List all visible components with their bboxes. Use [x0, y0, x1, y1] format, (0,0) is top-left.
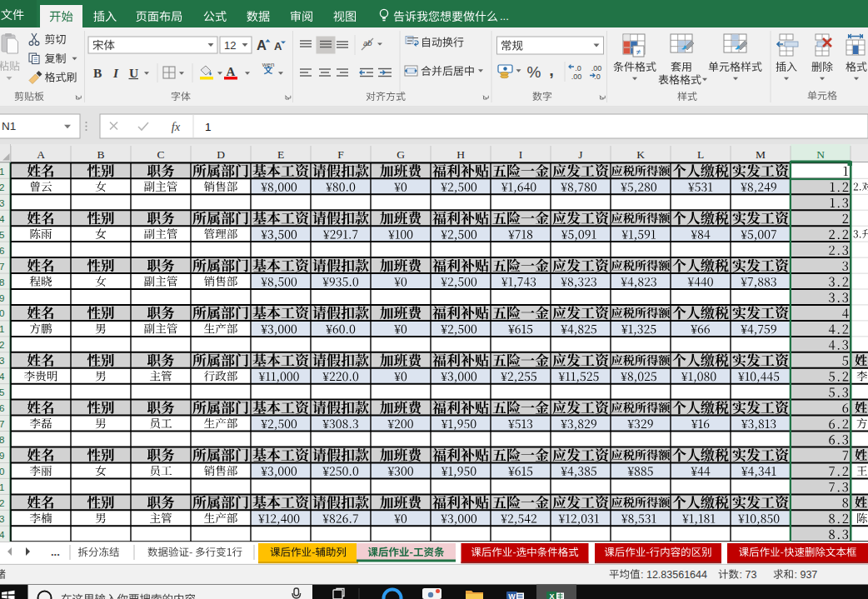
- svg-text:fx: fx: [172, 120, 181, 133]
- svg-text:I: I: [112, 66, 119, 80]
- svg-text:17: 17: [0, 419, 5, 429]
- svg-text:: 73: : 73: [740, 569, 757, 581]
- svg-text:: 937: : 937: [795, 569, 818, 581]
- svg-text:C: C: [157, 148, 164, 161]
- svg-text:6: 6: [0, 246, 5, 256]
- svg-text:A: A: [257, 37, 267, 52]
- svg-text:J: J: [578, 148, 582, 161]
- svg-text:.00: .00: [571, 72, 582, 81]
- svg-text:.0: .0: [575, 64, 581, 72]
- svg-text:24: 24: [0, 530, 5, 540]
- svg-text:13: 13: [0, 356, 5, 366]
- svg-text:A: A: [37, 148, 45, 161]
- svg-text:12: 12: [0, 340, 5, 350]
- svg-text:5: 5: [0, 230, 5, 240]
- svg-text:15: 15: [0, 387, 5, 397]
- svg-text:D: D: [217, 148, 225, 161]
- svg-text:21: 21: [0, 482, 5, 492]
- svg-text:E: E: [277, 148, 284, 161]
- svg-text:ab: ab: [363, 38, 372, 47]
- svg-text:16: 16: [0, 403, 5, 413]
- svg-text:9: 9: [0, 293, 5, 303]
- svg-text:,: ,: [549, 61, 554, 79]
- svg-text:10: 10: [0, 308, 5, 318]
- svg-text:14: 14: [0, 372, 5, 382]
- svg-text:19: 19: [0, 451, 5, 461]
- svg-text:U: U: [129, 66, 138, 80]
- svg-text:20: 20: [0, 467, 5, 477]
- svg-text:F: F: [337, 148, 344, 161]
- svg-text:M: M: [756, 148, 766, 161]
- svg-text:N1: N1: [2, 120, 16, 132]
- svg-text:N: N: [816, 148, 825, 161]
- svg-text:X: X: [549, 592, 554, 599]
- svg-text:≠: ≠: [636, 47, 641, 57]
- svg-text:2: 2: [0, 182, 5, 192]
- svg-text:11: 11: [0, 324, 5, 334]
- svg-text:W: W: [508, 592, 516, 599]
- svg-text:%: %: [527, 63, 541, 81]
- svg-text:7: 7: [0, 262, 5, 272]
- svg-text:18: 18: [0, 435, 5, 445]
- svg-text:L: L: [697, 148, 704, 161]
- svg-text:.0: .0: [594, 72, 601, 81]
- svg-text:...: ...: [51, 546, 60, 558]
- svg-text:H: H: [456, 148, 465, 161]
- svg-text:.00: .00: [591, 64, 602, 72]
- svg-text:1: 1: [0, 167, 5, 177]
- svg-text:4: 4: [0, 214, 5, 224]
- svg-text:23: 23: [0, 514, 5, 524]
- svg-text:K: K: [636, 148, 645, 161]
- svg-text:3: 3: [0, 198, 5, 208]
- svg-text:A: A: [227, 65, 236, 78]
- svg-text:12: 12: [224, 39, 236, 52]
- svg-text:8: 8: [0, 277, 5, 287]
- svg-text:I: I: [519, 148, 523, 161]
- svg-text:B: B: [97, 148, 104, 161]
- svg-text:A: A: [274, 40, 282, 52]
- svg-text:22: 22: [0, 498, 5, 508]
- svg-text:1: 1: [205, 121, 212, 133]
- svg-text:G: G: [397, 148, 405, 161]
- svg-text:...: ...: [500, 10, 509, 22]
- svg-text:: 12.83561644: : 12.83561644: [641, 569, 707, 581]
- svg-text:B: B: [93, 66, 102, 80]
- svg-text:wen: wen: [262, 61, 275, 68]
